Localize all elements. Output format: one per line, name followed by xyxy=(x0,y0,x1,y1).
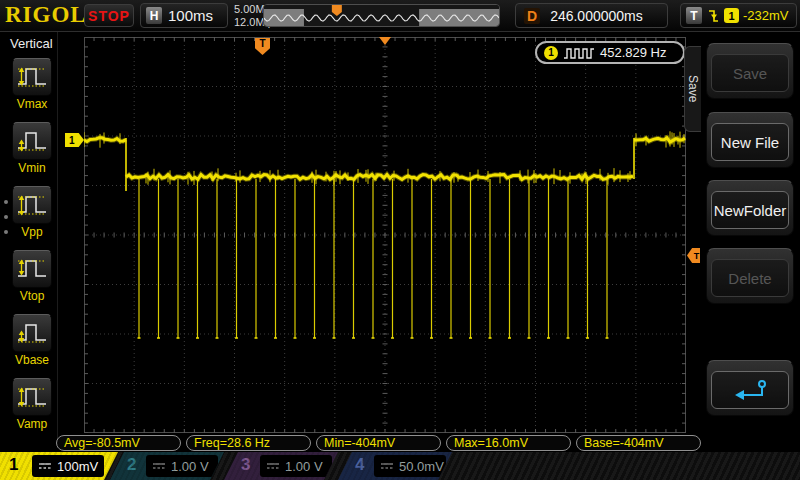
delay-readout: D 246.000000ms xyxy=(515,3,668,28)
new-folder-button[interactable]: NewFolder xyxy=(706,180,794,236)
frequency-counter: 1 452.829 Hz xyxy=(535,41,685,64)
trigger-source-badge: 1 xyxy=(724,8,739,23)
channel3-tab[interactable]: 3 1.00 V xyxy=(224,452,338,480)
menu-title: Vertical xyxy=(10,36,57,51)
menu-item-label: Vmin xyxy=(6,161,58,175)
oscilloscope-screen: RIGOL STOP H 100ms 5.00MSa/s 12.0M pts D… xyxy=(0,0,800,480)
waveform-preview-bar[interactable] xyxy=(263,4,500,27)
delay-center-indicator xyxy=(379,37,391,45)
channel4-tab[interactable]: 4 50.0mV xyxy=(338,452,452,480)
menu-item-label: Vpp xyxy=(6,225,58,239)
channel1-tab[interactable]: 1 100mV xyxy=(0,452,118,480)
dc-coupling-icon xyxy=(152,461,166,471)
graticule xyxy=(84,37,686,433)
vtop-icon xyxy=(15,253,49,285)
channel-scale: 1.00 V xyxy=(171,459,209,474)
page-indicator-dots xyxy=(4,200,8,234)
measurement-bar: Avg=-80.5mV Freq=28.6 Hz Min=-404mV Max=… xyxy=(56,435,701,451)
menu-item-vmax[interactable]: Vmax xyxy=(0,58,58,111)
dc-coupling-icon xyxy=(266,461,280,471)
measure-avg: Avg=-80.5mV xyxy=(56,435,181,451)
freq-value: 452.829 Hz xyxy=(600,45,667,60)
measure-min: Min=-404mV xyxy=(316,435,441,451)
menu-item-label: Vbase xyxy=(6,353,58,367)
preview-waveform-icon xyxy=(264,5,499,26)
menu-item-vtop[interactable]: Vtop xyxy=(0,250,58,303)
vbase-icon xyxy=(15,317,49,349)
freq-channel-badge: 1 xyxy=(544,46,558,60)
menu-item-vamp[interactable]: Vamp xyxy=(0,378,58,431)
vamp-icon xyxy=(15,381,49,413)
dc-coupling-icon xyxy=(380,461,394,471)
dc-coupling-icon xyxy=(38,461,52,471)
measure-max: Max=16.0mV xyxy=(446,435,571,451)
run-state-badge[interactable]: STOP xyxy=(84,4,134,27)
trigger-label: T xyxy=(686,7,702,24)
channel-bar: 1 100mV 2 1.00 V 3 xyxy=(0,452,800,480)
vertical-measure-menu: Vertical Vmax Vmin Vpp Vtop Vbase Vamp xyxy=(0,32,58,448)
delay-value: 246.000000ms xyxy=(550,8,643,24)
channel-number: 4 xyxy=(355,455,364,475)
channel-scale: 100mV xyxy=(57,459,98,474)
top-bar: RIGOL STOP H 100ms 5.00MSa/s 12.0M pts D… xyxy=(0,0,800,32)
delay-label: D xyxy=(524,8,540,24)
delete-button[interactable]: Delete xyxy=(706,248,794,304)
vmax-icon xyxy=(15,61,49,93)
menu-item-vbase[interactable]: Vbase xyxy=(0,314,58,367)
horizontal-timebase[interactable]: H 100ms xyxy=(140,3,228,28)
menu-item-label: Vtop xyxy=(6,289,58,303)
back-button[interactable] xyxy=(706,360,794,416)
vpp-icon xyxy=(15,189,49,221)
rigol-logo: RIGOL xyxy=(5,2,87,28)
menu-item-vmin[interactable]: Vmin xyxy=(0,122,58,175)
save-button[interactable]: Save xyxy=(706,43,794,99)
channel1-ground-marker[interactable]: 1 xyxy=(65,133,84,147)
vmin-icon xyxy=(15,125,49,157)
save-menu: Save Save New File NewFolder Delete xyxy=(700,32,800,448)
horizontal-label: H xyxy=(146,7,162,24)
trigger-level-value: -232mV xyxy=(743,8,789,23)
timebase-value: 100ms xyxy=(168,7,213,24)
channel-scale: 1.00 V xyxy=(285,459,323,474)
channel-number: 1 xyxy=(9,455,18,475)
menu-item-vpp[interactable]: Vpp xyxy=(0,186,58,239)
new-file-button[interactable]: New File xyxy=(706,112,794,168)
channel-scale: 50.0mV xyxy=(399,459,444,474)
save-menu-tab[interactable]: Save xyxy=(684,46,701,132)
channel2-tab[interactable]: 2 1.00 V xyxy=(110,452,224,480)
return-arrow-icon xyxy=(729,378,771,402)
measure-base: Base=-404mV xyxy=(576,435,701,451)
trigger-readout: T 1 -232mV xyxy=(680,3,797,28)
square-wave-icon xyxy=(563,47,595,59)
channel-number: 3 xyxy=(241,455,250,475)
measure-freq: Freq=28.6 Hz xyxy=(186,435,311,451)
menu-item-label: Vamp xyxy=(6,417,58,431)
falling-edge-icon xyxy=(706,8,720,24)
menu-item-label: Vmax xyxy=(6,97,58,111)
channel-number: 2 xyxy=(127,455,136,475)
